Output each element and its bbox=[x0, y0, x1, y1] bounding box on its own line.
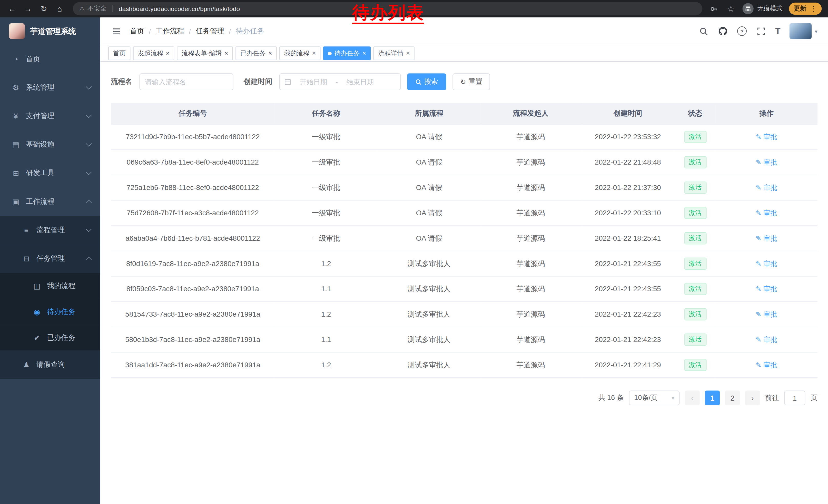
starter-cell: 芋道源码 bbox=[481, 200, 581, 226]
approve-link[interactable]: ✎审批 bbox=[756, 360, 777, 370]
sidebar-item-todo-tasks[interactable]: ◉ 待办任务 bbox=[0, 299, 100, 325]
chevron-down-icon: ▾ bbox=[672, 395, 674, 401]
next-page-button[interactable]: › bbox=[745, 391, 760, 405]
tab-process-detail[interactable]: 流程详情 × bbox=[373, 46, 415, 60]
table-row: 8f059c03-7ac8-11ec-a9e2-a2380e71991a1.1测… bbox=[111, 276, 818, 302]
column-header-task-name: 任务名称 bbox=[275, 103, 378, 124]
font-size-icon[interactable]: T bbox=[776, 27, 781, 36]
search-icon bbox=[415, 79, 422, 85]
approve-link[interactable]: ✎审批 bbox=[756, 259, 777, 268]
bookmark-star-icon[interactable]: ☆ bbox=[726, 3, 736, 14]
page-button-2[interactable]: 2 bbox=[725, 391, 740, 405]
tags-view: 首页 发起流程 × 流程表单-编辑 × 已办任务 × 我的流程 × bbox=[100, 45, 828, 62]
tab-home[interactable]: 首页 bbox=[108, 46, 130, 60]
approve-link[interactable]: ✎审批 bbox=[756, 335, 777, 344]
security-chip[interactable]: ⚠ 不安全 bbox=[79, 4, 107, 13]
sidebar-item-system[interactable]: ⚙ 系统管理 bbox=[0, 73, 100, 102]
sidebar-item-label: 请假查询 bbox=[36, 360, 65, 369]
help-icon[interactable]: ? bbox=[737, 27, 747, 36]
reset-button[interactable]: ↻ 重置 bbox=[452, 73, 490, 90]
sidebar-item-devtools[interactable]: ⊞ 研发工具 bbox=[0, 159, 100, 187]
close-icon[interactable]: × bbox=[312, 50, 316, 57]
tab-done-tasks[interactable]: 已办任务 × bbox=[236, 46, 277, 60]
sidebar-item-process-management[interactable]: ≡ 流程管理 bbox=[0, 216, 100, 244]
starter-cell: 芋道源码 bbox=[481, 251, 581, 276]
browser-back-icon[interactable]: ← bbox=[5, 2, 19, 15]
tab-process-form-edit[interactable]: 流程表单-编辑 × bbox=[177, 46, 233, 60]
page-size-select[interactable]: 10条/页 ▾ bbox=[629, 391, 680, 405]
browser-home-icon[interactable]: ⌂ bbox=[53, 2, 67, 15]
starter-cell: 芋道源码 bbox=[481, 352, 581, 378]
key-icon[interactable] bbox=[709, 3, 719, 14]
app-logo[interactable]: 芋道管理系统 bbox=[0, 17, 100, 45]
breadcrumb-item-current: 待办任务 bbox=[236, 27, 264, 36]
breadcrumb-item-home[interactable]: 首页 bbox=[130, 27, 144, 36]
close-icon[interactable]: × bbox=[268, 50, 272, 57]
breadcrumb-item-workflow[interactable]: 工作流程 bbox=[156, 27, 184, 36]
tab-todo-tasks[interactable]: 待办任务 × bbox=[323, 46, 371, 60]
tab-start-process[interactable]: 发起流程 × bbox=[133, 46, 174, 60]
tab-label: 我的流程 bbox=[284, 49, 309, 58]
end-date-input[interactable] bbox=[339, 78, 381, 86]
prev-page-button[interactable]: ‹ bbox=[685, 391, 700, 405]
goto-page-input[interactable] bbox=[784, 391, 805, 405]
table-row: 580e1b3d-7ac8-11ec-a9e2-a2380e71991a1.1测… bbox=[111, 327, 818, 352]
approve-link[interactable]: ✎审批 bbox=[756, 132, 777, 142]
edit-icon: ✎ bbox=[756, 311, 761, 318]
browser-forward-icon[interactable]: → bbox=[21, 2, 35, 15]
approve-link[interactable]: ✎审批 bbox=[756, 310, 777, 319]
search-button[interactable]: 搜索 bbox=[407, 73, 446, 90]
sidebar-item-leave-query[interactable]: ♟ 请假查询 bbox=[0, 351, 100, 379]
task-id-cell: 069c6a63-7b8a-11ec-8ef0-acde48001122 bbox=[111, 150, 275, 175]
github-icon[interactable] bbox=[718, 26, 728, 36]
search-icon[interactable] bbox=[698, 26, 709, 36]
sidebar-item-task-management[interactable]: ⊟ 任务管理 bbox=[0, 244, 100, 273]
table-row: 75d72608-7b7f-11ec-a3c8-acde48001122一级审批… bbox=[111, 200, 818, 226]
calendar-icon bbox=[284, 78, 291, 86]
sidebar-item-my-process[interactable]: ◫ 我的流程 bbox=[0, 273, 100, 299]
sidebar-item-infrastructure[interactable]: ▤ 基础设施 bbox=[0, 130, 100, 159]
task-name-cell: 一级审批 bbox=[275, 200, 378, 226]
process-name-input[interactable] bbox=[139, 73, 233, 90]
incognito-badge[interactable]: 无痕模式 bbox=[743, 3, 783, 14]
start-date-input[interactable] bbox=[292, 78, 334, 86]
reset-button-label: 重置 bbox=[469, 77, 483, 87]
fullscreen-icon[interactable] bbox=[756, 26, 766, 36]
close-icon[interactable]: × bbox=[166, 50, 169, 57]
table-row: 8f0d1619-7ac8-11ec-a9e2-a2380e71991a1.2测… bbox=[111, 251, 818, 276]
tab-label: 流程详情 bbox=[378, 49, 404, 58]
edit-icon: ✎ bbox=[756, 234, 761, 242]
breadcrumb-item-task-management[interactable]: 任务管理 bbox=[196, 27, 224, 36]
table-body: 73211d9d-7b9b-11ec-b5b7-acde48001122一级审批… bbox=[111, 124, 818, 378]
page-button-1[interactable]: 1 bbox=[705, 391, 720, 405]
gear-icon: ⚙ bbox=[10, 83, 21, 92]
action-cell: ✎审批 bbox=[716, 352, 818, 378]
close-icon[interactable]: × bbox=[224, 50, 228, 57]
approve-link[interactable]: ✎审批 bbox=[756, 234, 777, 243]
table-row: 381aa1dd-7ac8-11ec-a9e2-a2380e71991a1.2测… bbox=[111, 352, 818, 378]
update-chip[interactable]: 更新 ⋮ bbox=[789, 3, 822, 15]
process-cell: 测试多审批人 bbox=[378, 302, 481, 327]
sidebar-item-workflow[interactable]: ▣ 工作流程 bbox=[0, 187, 100, 216]
browser-menu-icon[interactable]: ⋮ bbox=[810, 5, 817, 13]
approve-link[interactable]: ✎审批 bbox=[756, 158, 777, 167]
approve-link[interactable]: ✎审批 bbox=[756, 208, 777, 218]
tab-my-process[interactable]: 我的流程 × bbox=[279, 46, 321, 60]
person-icon: ♟ bbox=[21, 360, 32, 369]
close-icon[interactable]: × bbox=[406, 50, 410, 57]
sidebar-item-done-tasks[interactable]: ✔ 已办任务 bbox=[0, 325, 100, 351]
created-cell: 2022-01-22 23:53:32 bbox=[581, 124, 675, 150]
user-avatar-menu[interactable]: ▾ bbox=[790, 23, 818, 39]
approve-link[interactable]: ✎审批 bbox=[756, 183, 777, 192]
collapse-sidebar-icon[interactable] bbox=[111, 26, 121, 36]
browser-reload-icon[interactable]: ↻ bbox=[37, 2, 51, 15]
close-icon[interactable]: × bbox=[362, 50, 366, 57]
sidebar-item-home[interactable]: ◔ 首页 bbox=[0, 45, 100, 73]
starter-cell: 芋道源码 bbox=[481, 226, 581, 251]
sidebar-item-payment[interactable]: ¥ 支付管理 bbox=[0, 102, 100, 130]
starter-cell: 芋道源码 bbox=[481, 124, 581, 150]
approve-link[interactable]: ✎审批 bbox=[756, 284, 777, 294]
breadcrumb-separator: / bbox=[189, 27, 191, 35]
create-time-range-picker[interactable]: - bbox=[279, 73, 401, 90]
update-label: 更新 bbox=[794, 4, 806, 13]
